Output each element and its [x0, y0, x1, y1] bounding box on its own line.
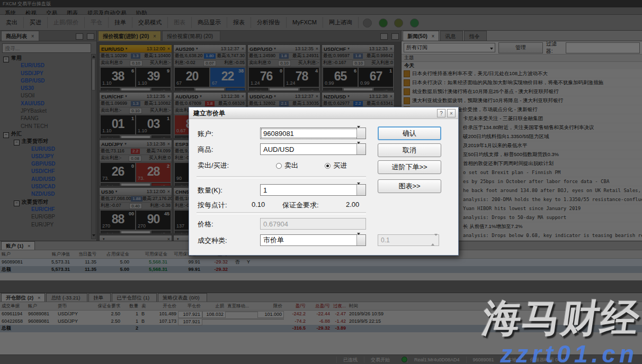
account-label: 账户: — [198, 129, 213, 139]
margin-label: 保证金要求: — [282, 201, 319, 210]
chevron-down-icon[interactable] — [356, 128, 365, 139]
instrument-combo[interactable]: AUD/USD — [260, 143, 366, 155]
radio-icon[interactable] — [276, 163, 282, 169]
chart-button[interactable]: 图表>> — [378, 179, 441, 193]
chevron-down-icon[interactable] — [356, 185, 365, 195]
amount-label: 数量(K): — [198, 186, 222, 195]
dialog-titlebar[interactable]: 建立市价单 ? × — [189, 107, 458, 119]
side-label: 卖出/买进: — [198, 161, 229, 170]
divider — [197, 212, 366, 214]
divider — [197, 176, 366, 178]
price-label: 价格: — [198, 220, 213, 229]
buy-radio[interactable]: 买进 — [325, 161, 347, 170]
amount-combo[interactable]: 1 — [260, 184, 366, 196]
order-type-label: 成交种类: — [198, 236, 227, 245]
chevron-down-icon[interactable] — [356, 144, 365, 154]
dialog-title: 建立市价单 — [189, 107, 458, 119]
chevron-down-icon[interactable] — [356, 235, 365, 245]
cancel-button[interactable]: 取消 — [378, 143, 441, 157]
trailing-stepper: 0.1 — [378, 234, 439, 246]
per-pip-label: 按每点计: — [198, 201, 227, 210]
order-type-combo[interactable]: 市价单 — [260, 234, 366, 246]
margin-value: 2.00 — [346, 201, 359, 208]
advanced-order-button[interactable]: 进阶下单>> — [378, 160, 441, 174]
close-icon[interactable]: × — [447, 109, 456, 117]
spinner-down-icon — [434, 234, 438, 243]
radio-selected-icon[interactable] — [325, 163, 331, 169]
market-order-dialog: 建立市价单 ? × 账户: 96089081 商品: AUD/USD 卖出/买进… — [189, 107, 459, 256]
per-pip-value: 0.10 — [252, 201, 265, 208]
instrument-label: 商品: — [198, 145, 213, 154]
price-input: 0.67904 — [260, 218, 366, 230]
confirm-button[interactable]: 确认 — [378, 126, 441, 140]
account-combo[interactable]: 96089081 — [260, 128, 366, 139]
help-icon[interactable]: ? — [437, 109, 445, 117]
sell-radio[interactable]: 卖出 — [276, 161, 298, 170]
